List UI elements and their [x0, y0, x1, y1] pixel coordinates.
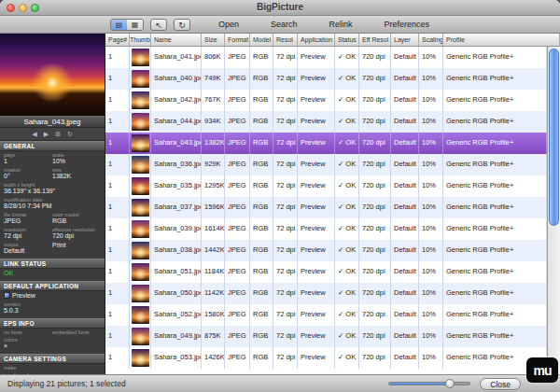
size-cell: 1184K [202, 261, 225, 283]
status-cell: ✓ OK [335, 175, 359, 197]
preview-app-icon [4, 292, 10, 299]
column-header[interactable]: Size [202, 34, 225, 46]
rotate-icon[interactable]: ↻ [67, 130, 73, 139]
title-bar[interactable]: BigPicture [0, 0, 560, 16]
table-row[interactable]: 1Sahara_036.jpeg929KJPEGRGB72 dpiPreview… [105, 154, 547, 175]
row-thumbnail [132, 242, 149, 259]
name-cell: Sahara_035.jpeg [151, 175, 202, 197]
info-sidebar: Sahara_043.jpeg ◀ ▶ ⊞ ↻ GENERALpage1scal… [0, 34, 105, 374]
table-row[interactable]: 1Sahara_038.jpeg1442KJPEGRGB72 dpiPrevie… [105, 240, 547, 261]
grid-icon[interactable]: ⊞ [55, 130, 61, 139]
open-button[interactable]: Open [215, 19, 243, 30]
name-cell: Sahara_044.jpeg [151, 111, 202, 133]
image-preview[interactable] [0, 34, 105, 116]
profile-cell: Generic RGB Profile+ [443, 218, 547, 240]
column-header[interactable]: Resol [273, 34, 298, 46]
slider-knob[interactable] [445, 379, 455, 388]
table-row[interactable]: 1Sahara_041.jpeg806KJPEGRGB72 dpiPreview… [105, 47, 547, 68]
thumb-cell [130, 111, 151, 133]
vertical-scrollbar[interactable]: ▲▼ [547, 47, 560, 374]
scaling-cell: 10% [419, 304, 443, 326]
page-cell: 1 [105, 47, 130, 68]
status-cell: ✓ OK [335, 111, 359, 133]
relink-button[interactable]: Relink [326, 19, 357, 30]
table-row[interactable]: 1Sahara_042.jpeg767KJPEGRGB72 dpiPreview… [105, 90, 547, 111]
sidebar-field: effective resolution720 dpi [52, 227, 101, 240]
thumb-cell [130, 68, 151, 90]
table-row[interactable]: 1Sahara_039.jpeg1614KJPEGRGB72 dpiPrevie… [105, 218, 547, 240]
table-row[interactable]: 1Sahara_044.jpeg934KJPEGRGB72 dpiPreview… [105, 111, 547, 133]
name-cell: Sahara_052.jpeg [151, 304, 202, 326]
model-cell: RGB [250, 133, 273, 154]
column-header[interactable]: Scaling [419, 34, 443, 46]
table-row[interactable]: 1Sahara_053.jpeg1426KJPEGRGB72 dpiPrevie… [105, 347, 547, 369]
next-image-icon[interactable]: ▶ [44, 130, 49, 139]
preview-toolbar: ◀ ▶ ⊞ ↻ [0, 128, 105, 141]
resol-cell: 72 dpi [273, 218, 298, 240]
size-cell: 1382K [202, 133, 225, 154]
app-cell: Preview [298, 68, 335, 90]
grid-view-icon[interactable]: ▦ [127, 20, 143, 30]
table-row[interactable]: 1Sahara_050.jpeg1142KJPEGRGB72 dpiPrevie… [105, 283, 547, 304]
sidebar-field: color modelRGB [52, 212, 101, 225]
page-cell: 1 [105, 154, 130, 175]
table-row[interactable]: 1Sahara_043.jpeg1382KJPEGRGB72 dpiPrevie… [105, 133, 547, 154]
status-cell: ✓ OK [335, 154, 359, 175]
sidebar-field: size1382K [52, 167, 101, 180]
sidebar-field: resolution72 dpi [4, 227, 52, 240]
sidebar-section-header: CAMERA SETTINGS [0, 354, 105, 364]
refresh-icon[interactable]: ↻ [174, 19, 190, 31]
column-header[interactable]: Name [151, 34, 202, 46]
eff-cell: 720 dpi [359, 283, 391, 304]
list-view-icon[interactable]: ▤ [111, 20, 127, 30]
page-cell: 1 [105, 218, 130, 240]
scrollbar-thumb[interactable] [549, 49, 559, 226]
cursor-tool-icon[interactable]: ↖ [150, 19, 167, 31]
column-header[interactable]: Layer [391, 34, 419, 46]
scaling-cell: 10% [419, 175, 443, 197]
scaling-cell: 10% [419, 154, 443, 175]
column-header[interactable]: Status [335, 34, 359, 46]
status-cell: ✓ OK [335, 68, 359, 90]
table-row[interactable]: 1Sahara_052.jpeg1580KJPEGRGB72 dpiPrevie… [105, 304, 547, 326]
scaling-cell: 10% [419, 218, 443, 240]
eff-cell: 720 dpi [359, 261, 391, 283]
table-row[interactable]: 1Sahara_035.jpeg1295KJPEGRGB72 dpiPrevie… [105, 175, 547, 197]
column-header[interactable]: Model [250, 34, 273, 46]
thumbnail-size-slider[interactable] [388, 382, 470, 385]
model-cell: RGB [250, 261, 273, 283]
status-cell: ✓ OK [335, 304, 359, 326]
size-cell: 1295K [202, 175, 225, 197]
sidebar-field: Print [52, 242, 101, 255]
column-header[interactable]: Format [225, 34, 250, 46]
model-cell: RGB [250, 283, 273, 304]
previous-image-icon[interactable]: ◀ [32, 130, 36, 139]
column-header[interactable]: Thumb [130, 34, 151, 46]
model-cell: RGB [250, 68, 273, 90]
model-cell: RGB [250, 240, 273, 261]
column-header[interactable]: Application [298, 34, 335, 46]
sidebar-sections: GENERALpage1scale10%rotation0°size1382Kw… [0, 141, 105, 374]
page-cell: 1 [105, 240, 130, 261]
column-header[interactable]: Profile [443, 34, 560, 46]
table-row[interactable]: 1Sahara_040.jpeg749KJPEGRGB72 dpiPreview… [105, 68, 547, 90]
layer-cell: Default [391, 261, 419, 283]
thumb-cell [130, 240, 151, 261]
content-area: Sahara_043.jpeg ◀ ▶ ⊞ ↻ GENERALpage1scal… [0, 34, 560, 374]
app-cell: Preview [298, 175, 335, 197]
table-row[interactable]: 1Sahara_037.jpeg1596KJPEGRGB72 dpiPrevie… [105, 197, 547, 218]
column-header[interactable]: Page# ▴ [105, 34, 130, 46]
preferences-button[interactable]: Preferences [381, 19, 434, 30]
table-row[interactable]: 1Sahara_049.jpeg875KJPEGRGB72 dpiPreview… [105, 326, 547, 347]
column-header[interactable]: Eff Resol [359, 34, 391, 46]
eff-cell: 720 dpi [359, 68, 391, 90]
size-cell: 1442K [202, 240, 225, 261]
page-cell: 1 [105, 347, 130, 369]
search-button[interactable]: Search [267, 19, 301, 30]
resol-cell: 72 dpi [273, 133, 298, 154]
status-cell: ✓ OK [335, 261, 359, 283]
profile-cell: Generic RGB Profile+ [443, 283, 547, 304]
close-button[interactable]: Close [480, 378, 521, 390]
table-row[interactable]: 1Sahara_051.jpeg1184KJPEGRGB72 dpiPrevie… [105, 261, 547, 283]
size-cell: 1580K [202, 304, 225, 326]
